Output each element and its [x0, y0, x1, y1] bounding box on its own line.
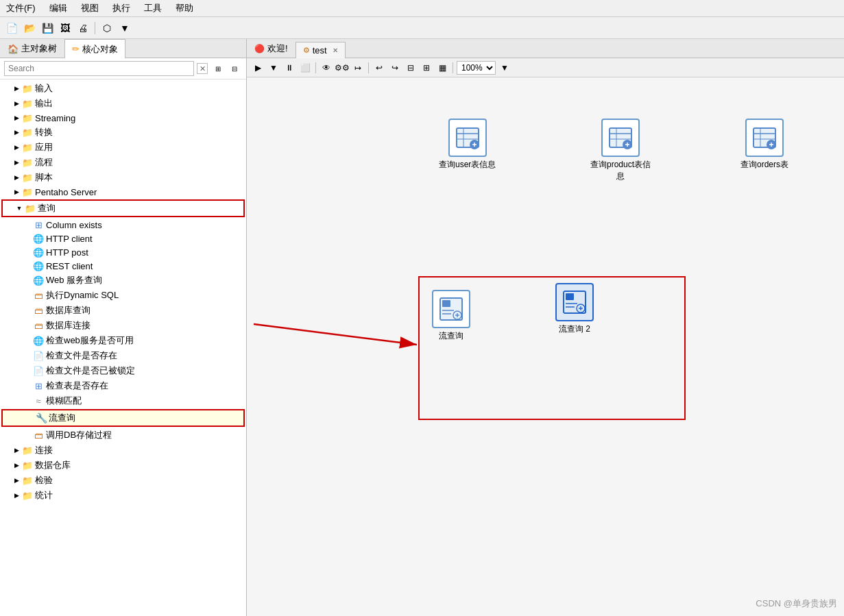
menu-help[interactable]: 帮助 — [173, 1, 195, 15]
menu-execute[interactable]: 执行 — [110, 1, 132, 15]
canvas-node-product[interactable]: 查询product表信息 — [590, 119, 651, 182]
tree-item-statistics[interactable]: ▶ 📁 统计 — [11, 488, 246, 503]
expander-pentaho[interactable]: ▶ — [11, 186, 22, 197]
tree-item-output[interactable]: ▶ 📁 输出 — [11, 96, 246, 111]
rt-grid-btn[interactable]: ▦ — [435, 61, 449, 75]
expander-data-warehouse[interactable]: ▶ — [11, 460, 22, 471]
expander-script[interactable]: ▶ — [11, 172, 22, 183]
zoom-select[interactable]: 100% 50% 75% 125% 150% 200% — [457, 61, 496, 75]
tab-main-objects-label: 主对象树 — [21, 42, 57, 55]
node-box-stream1 — [432, 290, 470, 328]
rt-run-btn[interactable]: ▶ — [251, 61, 265, 75]
expander-query[interactable]: ▼ — [14, 203, 25, 214]
rt-zoom-dropdown[interactable]: ▼ — [498, 61, 511, 75]
toolbar-layers[interactable]: ⬡ — [99, 21, 114, 36]
rt-fit-btn[interactable]: ⊞ — [420, 61, 433, 75]
search-expand-icon[interactable]: ⊞ — [210, 61, 226, 76]
tab-welcome[interactable]: 🔴 欢迎! — [247, 39, 296, 58]
tree-item-check-file-locked[interactable]: 📄 检查文件是否已被锁定 — [22, 363, 246, 378]
tab-test-close[interactable]: ✕ — [333, 47, 338, 54]
rt-align-btn[interactable]: ⊟ — [404, 61, 418, 75]
expander-statistics[interactable]: ▶ — [11, 490, 22, 501]
canvas-node-user[interactable]: 查询user表信息 — [439, 119, 496, 171]
menu-file[interactable]: 文件(F) — [4, 1, 38, 15]
tree-item-script[interactable]: ▶ 📁 脚本 — [11, 170, 246, 185]
tab-main-objects[interactable]: 🏠 主对象树 — [0, 39, 64, 58]
menu-edit[interactable]: 编辑 — [47, 1, 69, 15]
toolbar-dropdown[interactable]: ▼ — [117, 21, 132, 36]
expander-input[interactable]: ▶ — [11, 83, 22, 94]
rt-stop-btn[interactable]: ⬜ — [298, 61, 312, 75]
tree-item-fuzzy-match[interactable]: ≈ 模糊匹配 — [22, 393, 246, 408]
tree-item-transform[interactable]: ▶ 📁 转换 — [11, 125, 246, 140]
canvas-node-stream2[interactable]: 流查询 2 — [555, 283, 594, 335]
canvas-node-orders[interactable]: 查询orders表 — [740, 119, 788, 171]
tree-item-db-query[interactable]: 🗃 数据库查询 — [22, 303, 246, 318]
tab-test[interactable]: ⚙ test ✕ — [296, 42, 346, 58]
rt-step-btn[interactable]: ↦ — [351, 61, 365, 75]
tree-item-rest-client[interactable]: 🌐 REST client — [22, 259, 246, 273]
folder-icon-verify: 📁 — [22, 476, 33, 486]
search-icon-group: ⊞ ⊟ — [210, 61, 242, 76]
tree-query-annotation-box: ▼ 📁 查询 — [1, 199, 245, 217]
tree-item-input[interactable]: ▶ 📁 输入 — [11, 81, 246, 96]
menu-tools[interactable]: 工具 — [142, 1, 164, 15]
tree-item-stream-query[interactable]: 🔧 流查询 — [25, 410, 243, 426]
folder-icon-input: 📁 — [22, 84, 33, 94]
expander-process[interactable]: ▶ — [11, 157, 22, 168]
svg-rect-22 — [442, 300, 450, 307]
icon-check-file-locked: 📄 — [33, 365, 44, 376]
search-clear-button[interactable]: ✕ — [197, 63, 208, 74]
menu-view[interactable]: 视图 — [79, 1, 101, 15]
rt-run-dropdown[interactable]: ▼ — [267, 61, 280, 75]
tree-item-web-query[interactable]: 🌐 Web 服务查询 — [22, 273, 246, 288]
rt-sep-1 — [315, 62, 316, 73]
main-toolbar: 📄 📂 💾 🖼 🖨 ⬡ ▼ — [0, 17, 844, 39]
rt-debug-btn[interactable]: ⚙⚙ — [335, 61, 349, 75]
tree-label-stream-query: 流查询 — [49, 412, 75, 424]
rt-preview-btn[interactable]: 👁 — [319, 61, 333, 75]
expander-transform[interactable]: ▶ — [11, 127, 22, 138]
expander-connect[interactable]: ▶ — [11, 445, 22, 456]
expander-output[interactable]: ▶ — [11, 98, 22, 109]
toolbar-open[interactable]: 📂 — [22, 21, 37, 36]
tree-item-connect[interactable]: ▶ 📁 连接 — [11, 443, 246, 458]
tree-item-apply[interactable]: ▶ 📁 应用 — [11, 140, 246, 155]
tree-item-check-web[interactable]: 🌐 检查web服务是否可用 — [22, 333, 246, 348]
search-collapse-icon[interactable]: ⊟ — [227, 61, 242, 76]
toolbar-print[interactable]: 🖨 — [75, 21, 91, 36]
tree-item-http-client[interactable]: 🌐 HTTP client — [22, 232, 246, 245]
canvas-area[interactable]: 查询user表信息 查询product表信息 — [247, 77, 844, 616]
toolbar-save-as[interactable]: 🖼 — [58, 21, 73, 36]
tree-item-call-db-proc[interactable]: 🗃 调用DB存储过程 — [22, 428, 246, 443]
tree-item-data-warehouse[interactable]: ▶ 📁 数据仓库 — [11, 458, 246, 473]
left-panel: 🏠 主对象树 ✏ 核心对象 ✕ ⊞ ⊟ ▶ 📁 输入 — [0, 39, 247, 616]
tree-item-process[interactable]: ▶ 📁 流程 — [11, 155, 246, 170]
search-input[interactable] — [4, 61, 194, 76]
toolbar-save[interactable]: 💾 — [40, 21, 55, 36]
tree-item-pentaho[interactable]: ▶ 📁 Pentaho Server — [11, 185, 246, 199]
tree-item-http-post[interactable]: 🌐 HTTP post — [22, 245, 246, 259]
expander-streaming[interactable]: ▶ — [11, 112, 22, 123]
tree-item-db-connect[interactable]: 🗃 数据库连接 — [22, 318, 246, 333]
right-toolbar: ▶ ▼ ⏸ ⬜ 👁 ⚙⚙ ↦ ↩ ↪ ⊟ ⊞ ▦ 100% 50% 75% 12… — [247, 58, 844, 77]
icon-http-post: 🌐 — [33, 247, 44, 258]
tree-item-col-exists[interactable]: ⊞ Column exists — [22, 218, 246, 232]
tree-item-dynamic-sql[interactable]: 🗃 执行Dynamic SQL — [22, 288, 246, 303]
tree-label-data-warehouse: 数据仓库 — [35, 459, 71, 471]
rt-pause-btn[interactable]: ⏸ — [282, 61, 296, 75]
rt-redo-btn[interactable]: ↪ — [388, 61, 402, 75]
canvas-node-stream1[interactable]: 流查询 — [432, 290, 470, 342]
tree-item-check-file[interactable]: 📄 检查文件是否存在 — [22, 348, 246, 363]
expander-verify[interactable]: ▶ — [11, 475, 22, 486]
expander-apply[interactable]: ▶ — [11, 142, 22, 153]
tree-item-verify[interactable]: ▶ 📁 检验 — [11, 473, 246, 488]
tree-item-query[interactable]: ▼ 📁 查询 — [14, 201, 243, 216]
toolbar-new[interactable]: 📄 — [4, 21, 19, 36]
icon-web-query: 🌐 — [33, 275, 44, 286]
tree-item-check-table[interactable]: ⊞ 检查表是否存在 — [22, 378, 246, 393]
menu-bar: 文件(F) 编辑 视图 执行 工具 帮助 — [0, 0, 844, 17]
rt-undo-btn[interactable]: ↩ — [372, 61, 386, 75]
tree-item-streaming[interactable]: ▶ 📁 Streaming — [11, 111, 246, 125]
tab-core-objects[interactable]: ✏ 核心对象 — [64, 39, 125, 58]
